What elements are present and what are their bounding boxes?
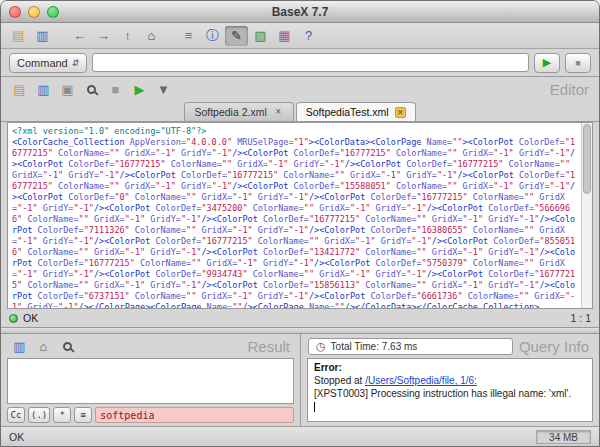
error-label: Error: xyxy=(314,361,586,374)
command-bar: Command ⇵ ▶ ■ xyxy=(1,49,599,77)
new-database-icon[interactable]: ▤ xyxy=(7,26,30,46)
open-file-icon[interactable]: ▣ xyxy=(56,79,79,99)
regex-button[interactable]: * xyxy=(53,407,71,423)
stop-icon: ■ xyxy=(575,58,580,68)
error-location-link[interactable]: /Users/Softpedia/file, 1/6: xyxy=(365,375,477,386)
tab-label: SoftpediaTest.xml xyxy=(306,106,389,118)
editor-status-bar: OK 1 : 1 xyxy=(1,309,599,327)
whole-word-button[interactable]: (.) xyxy=(28,407,50,423)
clock-icon: ◷ xyxy=(316,340,326,353)
total-time-box: ◷ Total Time: 7.63 ms xyxy=(308,338,513,355)
command-mode-select[interactable]: Command ⇵ xyxy=(9,53,87,73)
run-command-button[interactable]: ▶ xyxy=(534,53,560,73)
close-button[interactable] xyxy=(9,6,21,18)
filter-icon[interactable]: ▼ xyxy=(152,79,175,99)
result-panel: ▥⌂ Result Cc(.)*≡ xyxy=(1,334,301,426)
editor-view-icon[interactable]: ✎ xyxy=(225,26,248,46)
stop-command-button[interactable]: ■ xyxy=(565,53,591,73)
query-info-panel: ◷ Total Time: 7.63 ms Query Info Error: … xyxy=(301,334,599,426)
window-status-bar: OK 34 MB xyxy=(1,426,599,446)
run-icon[interactable]: ▶ xyxy=(128,79,151,99)
cursor-line xyxy=(314,400,586,413)
close-tab-icon[interactable]: × xyxy=(273,107,284,118)
editor-text-area[interactable]: <?xml version="1.0" encoding="UTF-8"?> <… xyxy=(7,122,593,309)
result-toolbar-icons: ▥⌂ xyxy=(8,336,79,356)
map-view-icon[interactable]: ▦ xyxy=(273,26,296,46)
editor-scrollbar[interactable] xyxy=(581,123,592,308)
editor-panel: ▤▥▣■▶▼ Editor Softpedia 2.xml × Softpedi… xyxy=(1,77,599,328)
help-icon[interactable]: ? xyxy=(297,26,320,46)
play-icon: ▶ xyxy=(543,56,551,69)
ok-status-icon xyxy=(9,314,18,323)
multiline-button[interactable]: ≡ xyxy=(74,407,92,423)
result-panel-label: Result xyxy=(247,338,293,355)
tab-label: Softpedia 2.xml xyxy=(194,106,266,118)
open-database-icon[interactable]: ▥ xyxy=(31,26,54,46)
save-result-icon[interactable]: ▥ xyxy=(8,336,31,356)
search-icon xyxy=(87,85,96,94)
minimize-button[interactable] xyxy=(28,6,40,18)
main-toolbar: ▤▥←→↑⌂≡ⓘ✎▧▦? xyxy=(1,23,599,49)
total-time-text: Total Time: 7.63 ms xyxy=(331,341,418,352)
new-file-icon[interactable]: ▤ xyxy=(8,79,31,99)
up-icon[interactable]: ↑ xyxy=(116,26,139,46)
home-icon[interactable]: ⌂ xyxy=(32,336,55,356)
query-info-toolbar: ◷ Total Time: 7.63 ms Query Info xyxy=(301,334,599,358)
search-icon[interactable] xyxy=(56,336,79,356)
window-controls xyxy=(9,6,59,18)
tab-softpediatest-xml[interactable]: SoftpediaTest.xml × xyxy=(296,102,416,121)
zoom-button[interactable] xyxy=(47,6,59,18)
stop-icon[interactable]: ■ xyxy=(104,79,127,99)
memory-indicator[interactable]: 34 MB xyxy=(536,430,591,444)
stopped-line: Stopped at /Users/Softpedia/file, 1/6: xyxy=(314,374,586,387)
search-option-buttons: Cc(.)*≡ xyxy=(7,407,92,423)
query-info-panel-label: Query Info xyxy=(519,338,592,355)
home-icon[interactable]: ⌂ xyxy=(140,26,163,46)
result-toolbar: ▥⌂ Result xyxy=(1,334,300,358)
basex-window: BaseX 7.7 ▤▥←→↑⌂≡ⓘ✎▧▦? Command ⇵ ▶ ■ ▤▥▣… xyxy=(0,0,600,447)
titlebar[interactable]: BaseX 7.7 xyxy=(1,1,599,23)
tab-softpedia-2-xml[interactable]: Softpedia 2.xml × xyxy=(184,102,293,121)
toolbar-separator xyxy=(164,27,176,45)
forward-icon[interactable]: → xyxy=(92,26,115,46)
error-message: [XPST0003] Processing instruction has il… xyxy=(314,387,586,400)
stopped-prefix: Stopped at xyxy=(314,375,365,386)
close-tab-icon[interactable]: × xyxy=(395,107,406,118)
text-caret xyxy=(314,402,315,412)
caret-position: 1 : 1 xyxy=(571,312,591,324)
command-input[interactable] xyxy=(92,53,529,72)
window-title: BaseX 7.7 xyxy=(1,5,599,19)
scrollbar-thumb[interactable] xyxy=(583,124,591,194)
chevron-updown-icon: ⇵ xyxy=(72,58,80,68)
save-file-icon[interactable]: ▥ xyxy=(32,79,55,99)
result-search-bar: Cc(.)*≡ xyxy=(1,404,300,426)
tree-view-icon[interactable]: ▧ xyxy=(249,26,272,46)
bottom-panels: ▥⌂ Result Cc(.)*≡ ◷ Total Time: 7.63 ms … xyxy=(1,334,599,426)
search-icon xyxy=(63,342,72,351)
toolbar-separator xyxy=(55,27,67,45)
editor-panel-label: Editor xyxy=(550,81,592,98)
status-text: OK xyxy=(9,431,24,443)
xml-source[interactable]: <?xml version="1.0" encoding="UTF-8"?> <… xyxy=(8,123,581,308)
editor-toolbar-icons: ▤▥▣■▶▼ xyxy=(8,79,175,99)
search-icon[interactable] xyxy=(80,79,103,99)
match-case-button[interactable]: Cc xyxy=(7,407,25,423)
editor-tabbar: Softpedia 2.xml × SoftpediaTest.xml × xyxy=(1,101,599,122)
query-info-output: Error: Stopped at /Users/Softpedia/file,… xyxy=(307,358,593,422)
back-icon[interactable]: ← xyxy=(68,26,91,46)
command-mode-label: Command xyxy=(17,57,68,69)
editor-toolbar: ▤▥▣■▶▼ Editor xyxy=(1,77,599,101)
text-view-icon[interactable]: ≡ xyxy=(177,26,200,46)
result-search-input[interactable] xyxy=(95,407,294,423)
info-view-icon[interactable]: ⓘ xyxy=(201,26,224,46)
editor-status-text: OK xyxy=(23,312,38,324)
result-output xyxy=(7,358,294,404)
